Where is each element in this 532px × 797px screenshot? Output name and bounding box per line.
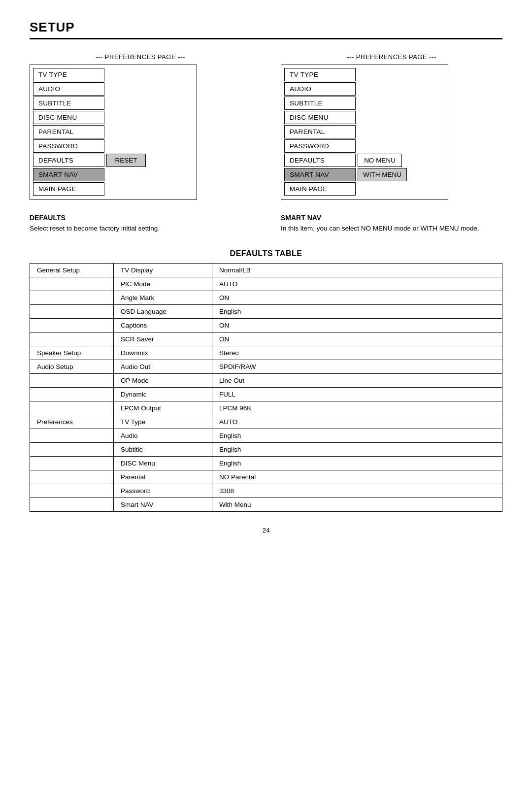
- left-main-page[interactable]: MAIN PAGE: [33, 182, 104, 196]
- smart-nav-desc-title: SMART NAV: [281, 214, 502, 222]
- table-cell-value: English: [212, 305, 502, 319]
- menu-row: AUDIO: [33, 82, 194, 96]
- menu-row: SMART NAV WITH MENU: [284, 168, 445, 181]
- left-smart-nav[interactable]: SMART NAV: [33, 168, 104, 181]
- left-disc-menu[interactable]: DISC MENU: [33, 111, 104, 124]
- table-cell-setting: TV Type: [114, 415, 212, 429]
- right-with-menu-button[interactable]: WITH MENU: [358, 168, 407, 181]
- menu-row: MAIN PAGE: [284, 182, 445, 196]
- table-row: AudioEnglish: [30, 429, 502, 443]
- left-pref-label: --- PREFERENCES PAGE ---: [30, 53, 251, 61]
- table-cell-setting: Captions: [114, 319, 212, 332]
- table-row: SubtitleEnglish: [30, 443, 502, 457]
- menu-row: PASSWORD: [284, 139, 445, 153]
- table-row: OP ModeLine Out: [30, 374, 502, 388]
- table-cell-category: [30, 319, 114, 332]
- left-parental[interactable]: PARENTAL: [33, 125, 104, 138]
- table-cell-setting: LPCM Output: [114, 401, 212, 415]
- table-cell-value: English: [212, 443, 502, 457]
- table-cell-category: [30, 443, 114, 457]
- table-cell-setting: Smart NAV: [114, 498, 212, 512]
- table-cell-setting: Downmix: [114, 346, 212, 360]
- menu-row: PASSWORD: [33, 139, 194, 153]
- smart-nav-description: SMART NAV In this item, you can select N…: [281, 214, 502, 233]
- table-row: Angle MarkON: [30, 291, 502, 305]
- right-no-menu-button[interactable]: NO MENU: [358, 154, 402, 167]
- table-cell-value: English: [212, 429, 502, 443]
- left-defaults[interactable]: DEFAULTS: [33, 154, 104, 167]
- defaults-desc-text: Select reset to become factory initial s…: [30, 224, 251, 233]
- table-cell-category: Speaker Setup: [30, 346, 114, 360]
- defaults-table-title: DEFAULTS TABLE: [30, 249, 502, 258]
- menu-row: AUDIO: [284, 82, 445, 96]
- left-tv-type[interactable]: TV TYPE: [33, 68, 104, 81]
- menu-row: DEFAULTS NO MENU: [284, 154, 445, 167]
- menu-row: SUBTITLE: [284, 97, 445, 110]
- table-cell-setting: PIC Mode: [114, 277, 212, 291]
- table-cell-value: SPDIF/RAW: [212, 360, 502, 374]
- table-cell-setting: Parental: [114, 470, 212, 484]
- table-cell-setting: OP Mode: [114, 374, 212, 388]
- right-pref-label: --- PREFERENCES PAGE ---: [281, 53, 502, 61]
- left-password[interactable]: PASSWORD: [33, 139, 104, 153]
- right-password[interactable]: PASSWORD: [284, 139, 356, 153]
- right-smart-nav[interactable]: SMART NAV: [284, 168, 356, 181]
- right-main-page[interactable]: MAIN PAGE: [284, 182, 356, 196]
- menu-row: TV TYPE: [284, 68, 445, 81]
- table-cell-value: ON: [212, 291, 502, 305]
- table-row: OSD LanguageEnglish: [30, 305, 502, 319]
- right-defaults[interactable]: DEFAULTS: [284, 154, 356, 167]
- left-subtitle[interactable]: SUBTITLE: [33, 97, 104, 110]
- left-menu-box: TV TYPE AUDIO SUBTITLE DISC MENU PARENTA…: [30, 65, 197, 200]
- table-cell-category: [30, 401, 114, 415]
- table-cell-value: AUTO: [212, 277, 502, 291]
- table-cell-value: English: [212, 457, 502, 470]
- table-cell-value: With Menu: [212, 498, 502, 512]
- table-cell-category: [30, 374, 114, 388]
- table-cell-category: Preferences: [30, 415, 114, 429]
- table-cell-value: LPCM 96K: [212, 401, 502, 415]
- table-cell-setting: Dynamic: [114, 388, 212, 401]
- table-cell-category: [30, 429, 114, 443]
- left-pref-panel: --- PREFERENCES PAGE --- TV TYPE AUDIO S…: [30, 53, 251, 200]
- menu-row: TV TYPE: [33, 68, 194, 81]
- table-row: DynamicFULL: [30, 388, 502, 401]
- smart-nav-desc-text: In this item, you can select NO MENU mod…: [281, 224, 502, 233]
- table-cell-value: Line Out: [212, 374, 502, 388]
- table-row: Smart NAVWith Menu: [30, 498, 502, 512]
- table-row: PreferencesTV TypeAUTO: [30, 415, 502, 429]
- table-row: LPCM OutputLPCM 96K: [30, 401, 502, 415]
- right-menu-box: TV TYPE AUDIO SUBTITLE DISC MENU PARENTA…: [281, 65, 448, 200]
- table-cell-setting: Angle Mark: [114, 291, 212, 305]
- left-audio[interactable]: AUDIO: [33, 82, 104, 96]
- menu-row: PARENTAL: [33, 125, 194, 138]
- table-cell-setting: SCR Saver: [114, 332, 212, 346]
- menu-row: DISC MENU: [284, 111, 445, 124]
- menu-row: SMART NAV: [33, 168, 194, 181]
- right-audio[interactable]: AUDIO: [284, 82, 356, 96]
- table-cell-value: FULL: [212, 388, 502, 401]
- table-cell-setting: DISC Menu: [114, 457, 212, 470]
- table-cell-category: Audio Setup: [30, 360, 114, 374]
- table-row: PIC ModeAUTO: [30, 277, 502, 291]
- menu-row: SUBTITLE: [33, 97, 194, 110]
- right-disc-menu[interactable]: DISC MENU: [284, 111, 356, 124]
- table-cell-setting: Password: [114, 484, 212, 498]
- table-cell-category: [30, 457, 114, 470]
- right-subtitle[interactable]: SUBTITLE: [284, 97, 356, 110]
- right-parental[interactable]: PARENTAL: [284, 125, 356, 138]
- right-tv-type[interactable]: TV TYPE: [284, 68, 356, 81]
- left-reset-button[interactable]: RESET: [106, 154, 146, 167]
- top-section: --- PREFERENCES PAGE --- TV TYPE AUDIO S…: [30, 53, 502, 200]
- table-row: Audio SetupAudio OutSPDIF/RAW: [30, 360, 502, 374]
- table-cell-setting: Subtitle: [114, 443, 212, 457]
- table-row: Password3308: [30, 484, 502, 498]
- descriptions-section: DEFAULTS Select reset to become factory …: [30, 214, 502, 233]
- defaults-description: DEFAULTS Select reset to become factory …: [30, 214, 251, 233]
- menu-row: MAIN PAGE: [33, 182, 194, 196]
- table-row: Speaker SetupDownmixStereo: [30, 346, 502, 360]
- table-cell-value: 3308: [212, 484, 502, 498]
- table-cell-value: ON: [212, 319, 502, 332]
- table-cell-category: [30, 484, 114, 498]
- table-cell-category: [30, 498, 114, 512]
